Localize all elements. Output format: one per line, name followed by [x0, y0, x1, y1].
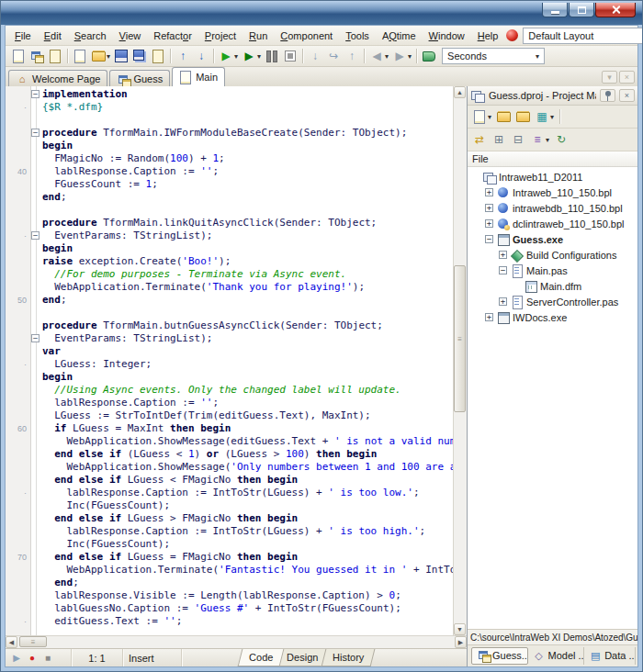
desktop-layout-combo[interactable]: Default Layout ▾	[523, 28, 643, 44]
editor-tab-welcome-page[interactable]: ⌂Welcome Page	[8, 70, 107, 86]
menu-project[interactable]: Project	[198, 28, 243, 43]
chevron-down-icon[interactable]: ▾	[234, 52, 238, 61]
menu-help[interactable]: Help	[471, 28, 505, 43]
close-button[interactable]	[595, 3, 636, 17]
pm-views-button[interactable]: ▦▾	[533, 107, 556, 126]
scroll-right-button[interactable]: ▶	[455, 636, 467, 648]
minimize-button[interactable]	[542, 3, 568, 17]
code-line[interactable]: Inc(FGuessCount);	[6, 538, 453, 551]
code-line[interactable]: − EventParams: TStringList);	[6, 332, 453, 345]
expand-minus-icon[interactable]: −	[499, 266, 507, 274]
tree-item[interactable]: +IWDocs.exe	[468, 309, 637, 325]
menu-edit[interactable]: Edit	[38, 28, 68, 43]
expand-plus-icon[interactable]: +	[485, 188, 493, 196]
code-line[interactable]: lablGuessNo.Caption := 'Guess #' + IntTo…	[6, 602, 453, 615]
pause-button[interactable]	[263, 47, 281, 65]
close-tab-button[interactable]: ×	[619, 71, 635, 84]
code-line[interactable]: end else if (LGuess < 1) or (LGuess > 10…	[6, 448, 453, 461]
close-file-button[interactable]	[149, 47, 167, 65]
run-until-return-button[interactable]: ↑	[343, 47, 361, 65]
code-line[interactable]: end else if LGuess > FMagicNo then begin	[6, 512, 453, 525]
macro-record-icon[interactable]: ●	[27, 651, 38, 666]
chevron-down-icon[interactable]: ▾	[107, 52, 110, 61]
pm-open-project-button[interactable]	[513, 107, 532, 126]
add-to-project-button[interactable]: ↑	[174, 47, 192, 65]
project-manager-header[interactable]: Guess.dproj - Project Manager ×	[468, 86, 637, 106]
open-file-button[interactable]	[28, 47, 46, 65]
menu-refactor[interactable]: Refactor	[147, 28, 198, 43]
code-line[interactable]: begin	[6, 242, 453, 255]
hscroll-thumb[interactable]: ≡	[19, 636, 47, 647]
code-line[interactable]	[6, 114, 453, 127]
tab-list-button[interactable]: ▾	[602, 71, 617, 84]
file-column-header[interactable]: File	[468, 151, 637, 167]
program-reset-button[interactable]	[281, 47, 299, 65]
code-line[interactable]: begin	[6, 140, 453, 152]
code-line[interactable]	[6, 307, 453, 319]
pm-collapse-all-button[interactable]: ⊟	[509, 130, 527, 149]
code-line[interactable]: begin	[6, 371, 453, 384]
tree-item[interactable]: +intrawebdb_110_150.bpl	[468, 200, 637, 216]
expand-plus-icon[interactable]: +	[485, 219, 493, 228]
editor-tab-guess[interactable]: Guess	[109, 70, 170, 86]
tree-item[interactable]: −Guess.exe	[468, 231, 637, 247]
code-line[interactable]: LGuess := StrToIntDef(Trim(editGuess.Tex…	[6, 409, 453, 422]
code-line[interactable]: ·− EventParams: TStringList);	[6, 230, 453, 242]
browse-forward-button[interactable]: ▶▾	[390, 47, 413, 65]
code-line[interactable]: WebApplication.ShowMessage('Only numbers…	[6, 461, 453, 474]
panel-tab-model[interactable]: ◇Model ...	[528, 647, 585, 665]
code-line[interactable]: · editGuess.Text := '';	[6, 615, 453, 628]
aqtime-counter-combo[interactable]: Seconds ▾	[442, 48, 545, 64]
code-line[interactable]: lablResponse.Caption := '';	[6, 397, 453, 409]
code-line[interactable]: −implementation	[6, 88, 453, 101]
code-line[interactable]: · lablResponse.Caption := IntToStr(LGues…	[6, 487, 453, 499]
view-tab-history[interactable]: History	[321, 649, 375, 666]
code-line[interactable]: procedure TformMain.linkQuitAsyncClick(S…	[6, 217, 453, 230]
expand-plus-icon[interactable]: +	[499, 297, 507, 306]
code-line[interactable]: end;	[6, 577, 453, 589]
tree-item[interactable]: +Build Configurations	[468, 247, 637, 263]
chevron-down-icon[interactable]: ▾	[546, 136, 549, 144]
code-editor[interactable]: −implementation·{$R *.dfm}−procedure Tfo…	[6, 86, 453, 635]
code-line[interactable]: FMagicNo := Random(100) + 1;	[6, 152, 453, 165]
code-line[interactable]: raise exception.Create('Boo!');	[6, 255, 453, 268]
pm-open-button[interactable]	[494, 107, 513, 126]
expand-plus-icon[interactable]: +	[485, 204, 493, 212]
tree-item[interactable]: +dclintraweb_110_150.bpl	[468, 216, 637, 231]
chevron-down-icon[interactable]: ▾	[385, 52, 389, 61]
editor-vscrollbar[interactable]: ▲ ≡ ▼	[453, 86, 467, 635]
menu-search[interactable]: Search	[68, 28, 113, 43]
save-button[interactable]	[112, 47, 130, 65]
code-line[interactable]: lablResponse.Visible := Length(lablRespo…	[6, 589, 453, 602]
fold-minus-icon[interactable]: −	[31, 129, 39, 137]
code-line[interactable]: WebApplication.Terminate('Fantastic! You…	[6, 564, 453, 577]
menu-aqtime[interactable]: AQtime	[376, 28, 423, 43]
chevron-down-icon[interactable]: ▾	[408, 52, 412, 61]
run-without-debugging-button[interactable]: ▶▾	[240, 47, 263, 65]
code-line[interactable]: −procedure TformMain.IWFormModuleBaseCre…	[6, 127, 453, 140]
menu-run[interactable]: Run	[243, 28, 274, 43]
pin-button[interactable]	[600, 89, 615, 102]
chevron-down-icon[interactable]: ▾	[550, 113, 554, 121]
code-line[interactable]: WebApplication.ShowMessage(editGuess.Tex…	[6, 435, 453, 448]
code-line[interactable]: 60 if LGuess = MaxInt then begin	[6, 422, 453, 435]
macro-play-icon[interactable]: ▶	[11, 651, 22, 666]
remove-from-project-button[interactable]: ↓	[192, 47, 210, 65]
run-button[interactable]: ▶▾	[217, 47, 240, 65]
browse-back-button[interactable]: ◀▾	[367, 47, 390, 65]
panel-tab-data[interactable]: ▤Data ...	[584, 647, 636, 665]
save-all-button[interactable]	[130, 47, 149, 65]
expand-plus-icon[interactable]: +	[485, 313, 493, 321]
editor-tab-main[interactable]: Main	[172, 67, 225, 86]
aqtime-button[interactable]	[420, 47, 438, 65]
expand-plus-icon[interactable]: +	[499, 251, 507, 259]
scroll-up-button[interactable]: ▲	[454, 86, 466, 98]
pm-build-order-button[interactable]: ↻	[552, 130, 570, 149]
fold-minus-icon[interactable]: −	[31, 231, 39, 240]
pm-expand-all-button[interactable]: ⊞	[490, 130, 508, 149]
code-line[interactable]: · LGuess: Integer;	[6, 358, 453, 371]
menu-component[interactable]: Component	[274, 28, 339, 43]
step-over-button[interactable]: ↪	[324, 47, 343, 65]
menu-file[interactable]: File	[8, 28, 38, 43]
tree-item[interactable]: +ServerController.pas	[468, 294, 637, 309]
